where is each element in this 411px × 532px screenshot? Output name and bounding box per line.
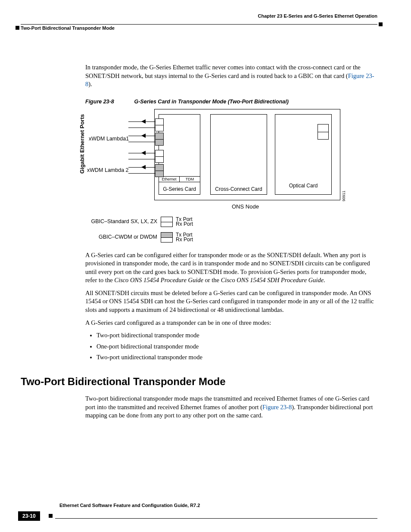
legend-wdm: GBIC–CWDM or DWDM Tx Port Rx Port (81, 232, 193, 243)
legend-wdm-label: GBIC–CWDM or DWDM (99, 234, 157, 240)
body-content: In transponder mode, the G-Series Ethern… (85, 63, 377, 420)
text: or the (203, 277, 221, 283)
footer-marker-icon (49, 514, 53, 518)
header-left-marker-icon (16, 26, 19, 30)
tdm-label: TDM (180, 177, 200, 182)
paragraph-config: A G-Series card can be configured either… (85, 251, 377, 285)
ethernet-label: Ethernet (159, 177, 180, 182)
section-label: Two-Port Bidirectional Transponder Mode (21, 25, 115, 31)
legend-ports: Tx Port Rx Port (176, 217, 193, 227)
legend-std-label: GBIC–Standard SX, LX, ZX (91, 218, 157, 224)
arrow-left-icon (141, 165, 146, 169)
figure-link[interactable]: Figure 23-8 (262, 404, 292, 411)
optical-card-box: Optical Card (275, 114, 332, 195)
line-icon (128, 173, 155, 174)
page-header: Chapter 23 E-Series and G-Series Etherne… (21, 13, 377, 25)
lambda1-label: xWDM Lambda1 (89, 135, 129, 143)
optical-port-icon (318, 124, 329, 140)
optical-card-label: Optical Card (275, 183, 331, 189)
text: In transponder mode, the G-Series Ethern… (85, 64, 361, 79)
chapter-label: Chapter 23 E-Series and G-Series Etherne… (258, 13, 377, 19)
rx-port-label: Rx Port (176, 221, 193, 227)
figure-id: 90911 (341, 190, 346, 201)
gbic-std-legend-icon (161, 217, 173, 227)
eth-tdm-row: Ethernet TDM (159, 176, 200, 182)
paragraph-intro: In transponder mode, the G-Series Ethern… (85, 63, 377, 89)
gbic-wdm-legend-icon (161, 232, 173, 243)
gbic-std-icon (155, 118, 164, 131)
g-series-card-box: Ethernet TDM G-Series Card (159, 114, 200, 195)
text: ). (88, 81, 92, 87)
line-icon (128, 128, 155, 128)
gbic-wdm-icon (155, 164, 164, 177)
cross-connect-label: Cross-Connect Card (211, 187, 267, 193)
arrow-left-icon (141, 151, 146, 155)
legend-ports: Tx Port Rx Port (176, 233, 193, 242)
footer-rule (55, 518, 377, 519)
modes-list: Two-port bidirectional transponder mode … (85, 331, 377, 362)
figure-caption: Figure 23-8 G-Series Card in Transponder… (85, 98, 377, 106)
cross-connect-card-box: Cross-Connect Card (210, 114, 267, 195)
list-item: One-port bidirectional transponder mode (97, 342, 377, 351)
lambda2-label: xWDM Lambda 2 (87, 167, 129, 174)
legend-std: GBIC–Standard SX, LX, ZX Tx Port Rx Port (81, 217, 193, 227)
paragraph-two-port: Two-port bidirectional transponder mode … (85, 395, 377, 420)
list-item: Two-port unidirectional transponder mode (97, 353, 377, 362)
page-footer: Ethernet Card Software Feature and Confi… (21, 518, 377, 519)
list-item: Two-port bidirectional transponder mode (97, 331, 377, 340)
paragraph-circuits: All SONET/SDH circuits must be deleted b… (85, 289, 377, 314)
line-icon (128, 142, 155, 142)
paragraph-modes-intro: A G-Series card configured as a transpon… (85, 319, 377, 327)
gbic-wdm-icon (155, 133, 164, 146)
g-series-label: G-Series Card (159, 187, 200, 193)
figure-number: Figure 23-8 (85, 98, 133, 106)
ons-node-label: ONS Node (232, 203, 259, 211)
text: A G-Series card can be configured either… (85, 252, 370, 275)
figure-diagram: Gigabit Ethernet Ports Ethernet TDM G-Se… (81, 109, 377, 251)
ref-link: Cisco ONS 15454 Procedure Guide (114, 277, 203, 283)
arrow-left-icon (141, 119, 146, 124)
figure-title: G-Series Card in Transponder Mode (Two-P… (134, 99, 288, 105)
section-heading: Two-Port Bidirectional Transponder Mode (21, 375, 377, 389)
line-icon (128, 159, 155, 159)
ref-link: Cisco ONS 15454 SDH Procedure Guide. (221, 277, 325, 283)
gbic-std-icon (155, 150, 164, 163)
arrow-left-icon (141, 134, 146, 138)
rx-port-label: Rx Port (176, 236, 193, 243)
gigabit-ports-label: Gigabit Ethernet Ports (78, 114, 86, 174)
page-number: 23-10 (18, 511, 40, 521)
header-marker-icon (379, 22, 383, 26)
footer-doc-title: Ethernet Card Software Feature and Confi… (59, 502, 200, 509)
